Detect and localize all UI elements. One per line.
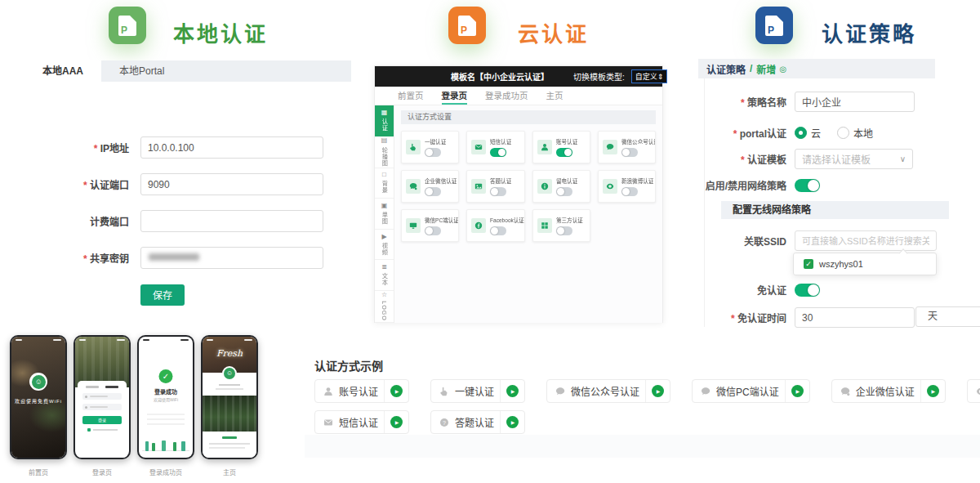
sidebar-item-background[interactable]: □背景 <box>375 168 394 199</box>
info-circle-icon <box>537 179 552 194</box>
play-icon[interactable]: ▶ <box>390 385 403 397</box>
phone-capture-toggle[interactable] <box>556 187 572 196</box>
billing-port-input[interactable] <box>140 210 323 232</box>
enable-policy-label: 启用/禁用网络策略 <box>705 178 795 192</box>
thirdparty-toggle[interactable] <box>556 226 572 235</box>
wechat-official-toggle[interactable] <box>621 148 638 157</box>
user-icon <box>537 140 552 154</box>
save-button[interactable]: 保存 <box>140 284 185 306</box>
radio-option-local[interactable]: 本地 <box>837 126 873 140</box>
auth-card-wechat-pc: 微信PC端认证 <box>401 209 459 242</box>
play-icon[interactable]: ▶ <box>927 385 939 397</box>
enable-policy-toggle[interactable] <box>795 179 820 192</box>
example-quiz-auth[interactable]: ? 答题认证 ▶ <box>430 410 525 434</box>
editor-body: ▦认证 ▤轮播图 □背景 ▣单图 ▶视频 ≣文本 ☆LOGO 认证方式设置 一键… <box>375 105 662 323</box>
example-wecom-auth[interactable]: 企业微信认证 ▶ <box>831 379 946 403</box>
ssid-dropdown: ✓ wszyhys01 <box>793 253 937 275</box>
success-title: 登录成功 <box>139 387 193 396</box>
auth-port-input[interactable] <box>140 173 323 195</box>
login-card: 登录 <box>78 381 127 458</box>
wechat-pc-toggle[interactable] <box>425 226 441 235</box>
free-auth-toggle[interactable] <box>795 284 820 297</box>
user-icon <box>323 387 333 396</box>
tab-local-aaa[interactable]: 本地AAA <box>24 60 101 82</box>
checked-checkbox[interactable]: ✓ <box>804 259 813 269</box>
auth-card-account: 账号认证 <box>532 131 590 163</box>
auth-card-wecom: 企业微信认证 <box>401 170 459 203</box>
row-auth-template: * 认证模板 请选择认证模板 ∨ <box>705 149 913 169</box>
sidebar-item-single-image[interactable]: ▣单图 <box>375 199 394 230</box>
example-wechat-pc-auth[interactable]: 微信PC端认证 ▶ <box>692 379 810 403</box>
hand-pointer-icon <box>439 387 449 396</box>
brand-info-block <box>203 432 256 458</box>
sms-toggle[interactable] <box>490 148 506 157</box>
row-enable-policy: 启用/禁用网络策略 <box>705 178 820 192</box>
sidebar-item-auth[interactable]: ▦认证 <box>375 105 394 136</box>
radio-option-cloud[interactable]: 云 <box>795 126 821 140</box>
sidebar-item-carousel[interactable]: ▤轮播图 <box>375 136 394 168</box>
billing-port-label: 计费端口 <box>24 214 140 228</box>
wecom-toggle[interactable] <box>425 187 441 196</box>
template-type-select[interactable]: 自定义 ⇕ <box>631 69 668 83</box>
auth-template-select[interactable]: 请选择认证模板 ∨ <box>795 149 913 169</box>
weibo-toggle[interactable] <box>621 187 638 196</box>
breadcrumb-root[interactable]: 认证策略 <box>706 62 746 76</box>
tab-home-page[interactable]: 主页 <box>546 87 564 105</box>
row-ssid: 关联SSID <box>705 230 937 251</box>
ssid-option-label[interactable]: wszyhys01 <box>819 259 863 269</box>
form-row-shared-secret: 共享密钥 <box>24 247 351 269</box>
lock-icon <box>85 406 87 409</box>
auth-card-sms: 短信认证 <box>466 131 524 163</box>
wireless-section-title: 配置无线网络策略 <box>721 201 949 219</box>
masked-secret-smudge <box>149 253 199 261</box>
ip-address-input[interactable] <box>140 136 323 159</box>
preview-button[interactable]: 预览 <box>682 70 698 83</box>
wifi-brand-icon: ☺ <box>224 368 235 379</box>
tab-local-portal[interactable]: 本地Portal <box>101 60 182 82</box>
updown-arrow-icon: ⇕ <box>657 73 664 81</box>
sidebar-item-text[interactable]: ≣文本 <box>375 260 394 291</box>
example-sms-auth[interactable]: 短信认证 ▶ <box>314 410 409 434</box>
wecom-bubble-icon <box>840 387 850 396</box>
phone-caption: 主页 <box>201 467 258 476</box>
auth-card-phone-capture: 留电认证 <box>532 170 590 203</box>
radio-local[interactable] <box>837 127 849 139</box>
onekey-toggle[interactable] <box>425 148 441 157</box>
editor-page-tabs: 前置页 登录页 登录成功页 主页 <box>375 87 662 105</box>
quiz-toggle[interactable] <box>490 187 506 196</box>
ssid-search-input[interactable] <box>795 230 937 251</box>
sidebar-item-video[interactable]: ▶视频 <box>375 230 394 261</box>
status-bar <box>79 339 125 342</box>
tab-login-success-page[interactable]: 登录成功页 <box>485 87 528 105</box>
example-onekey-auth[interactable]: 一键认证 ▶ <box>430 379 525 403</box>
facebook-toggle[interactable] <box>490 226 506 235</box>
brand-logo: ☺ <box>29 373 47 391</box>
tab-pre-page[interactable]: 前置页 <box>398 87 424 105</box>
account-toggle[interactable] <box>556 148 572 157</box>
grid-icon: ▦ <box>381 109 388 116</box>
sidebar-item-logo[interactable]: ☆LOGO <box>375 291 394 323</box>
example-account-auth[interactable]: 账号认证 ▶ <box>314 379 409 403</box>
play-icon[interactable]: ▶ <box>506 385 519 397</box>
play-icon[interactable]: ▶ <box>390 416 403 428</box>
policy-name-label: * 策略名称 <box>705 95 795 109</box>
examples-row-2: 短信认证 ▶ ? 答题认证 ▶ <box>314 410 525 434</box>
page: P 本地认证 本地AAA 本地Portal IP地址 认证端口 计费端口 共享密… <box>0 0 980 483</box>
phone-caption: 登录页 <box>74 467 131 476</box>
play-icon[interactable]: ▶ <box>791 385 804 397</box>
example-weibo-auth[interactable]: 新浪微博认证 ▶ <box>967 379 980 403</box>
radio-cloud[interactable] <box>795 127 807 139</box>
store-photo <box>75 337 129 387</box>
policy-name-input[interactable] <box>795 92 915 112</box>
play-icon[interactable]: ▶ <box>506 416 519 428</box>
free-auth-time-input[interactable] <box>795 307 915 328</box>
auth-card-thirdparty: 第三方认证 <box>532 209 590 242</box>
phone-screen: ☺ 欢迎使用免费WiFi <box>11 337 65 458</box>
tab-login-page[interactable]: 登录页 <box>442 87 468 105</box>
agreement-row <box>82 428 122 432</box>
example-wechat-official-auth[interactable]: 微信公众号认证 ▶ <box>546 379 670 403</box>
ssid-label: 关联SSID <box>705 234 795 248</box>
play-icon[interactable]: ▶ <box>652 385 664 397</box>
placeholder-lines <box>147 414 185 425</box>
success-check-icon: ✓ <box>159 369 173 383</box>
